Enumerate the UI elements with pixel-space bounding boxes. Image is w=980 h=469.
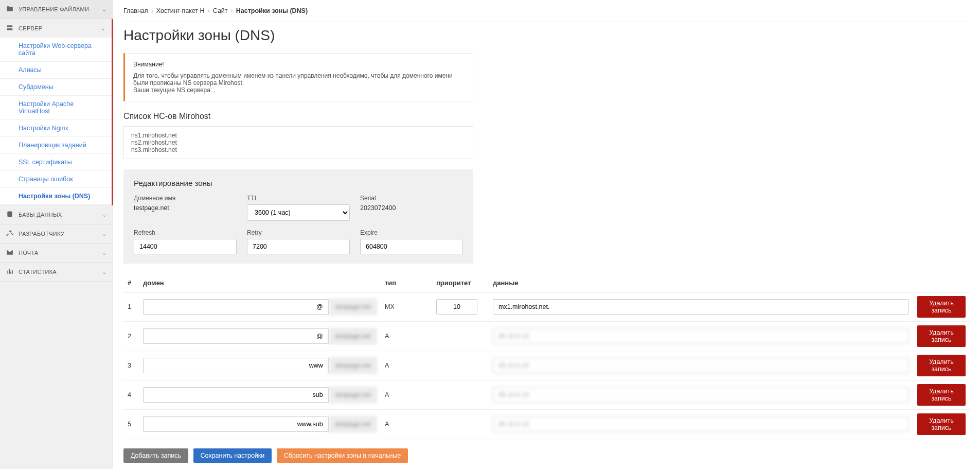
- domain-suffix: .testpage.net: [329, 416, 377, 432]
- data-input[interactable]: [493, 328, 909, 344]
- ns-item: ns2.mirohost.net: [131, 139, 466, 146]
- data-input[interactable]: [493, 358, 909, 373]
- sidebar-section-db[interactable]: БАЗЫ ДАННЫХ⌄: [0, 205, 113, 224]
- record-type: A: [381, 410, 432, 439]
- db-icon: [6, 211, 14, 219]
- page-title: Настройки зоны (DNS): [123, 27, 970, 44]
- sidebar-section-server[interactable]: СЕРВЕР⌄: [0, 19, 112, 38]
- domain-suffix: .testpage.net: [329, 387, 377, 403]
- refresh-label: Refresh: [134, 229, 237, 236]
- ns-item: ns3.mirohost.net: [131, 146, 466, 153]
- row-number: 5: [123, 410, 139, 439]
- record-type: MX: [381, 292, 432, 322]
- sidebar-item[interactable]: Настройки Web-сервера сайта: [0, 38, 112, 62]
- chevron-right-icon: ›: [208, 7, 210, 14]
- sidebar-section-files[interactable]: УПРАВЛЕНИЕ ФАЙЛАМИ⌄: [0, 0, 113, 19]
- expire-label: Expire: [360, 229, 463, 236]
- zone-edit-panel: Редактирование зоны Доменное имя testpag…: [123, 169, 473, 264]
- row-number: 4: [123, 380, 139, 410]
- record-type: A: [381, 351, 432, 380]
- sidebar-item[interactable]: SSL сертификаты: [0, 154, 112, 171]
- alert-text-1: Для того, чтобы управлять доменным имене…: [133, 72, 465, 86]
- sidebar-item[interactable]: Настройки зоны (DNS): [0, 188, 112, 205]
- refresh-input[interactable]: [134, 239, 237, 254]
- chevron-right-icon: ›: [151, 7, 153, 14]
- ns-item: ns1.mirohost.net: [131, 132, 466, 139]
- alert-text-2: Ваши текущие NS сервера: .: [133, 86, 465, 94]
- sidebar-section-label: СЕРВЕР: [19, 25, 101, 31]
- th-data: данные: [489, 274, 913, 292]
- breadcrumb: Главная›Хостинг-пакет H›Сайт›Настройки з…: [123, 0, 970, 22]
- reset-button[interactable]: Сбросить настройки зоны в начальные: [277, 448, 408, 463]
- table-row: 2.testpage.netAУдалить запись: [123, 322, 970, 351]
- sidebar-section-mail[interactable]: ПОЧТА⌄: [0, 244, 113, 262]
- domain-input[interactable]: [143, 358, 329, 373]
- domain-suffix: .testpage.net: [329, 358, 377, 373]
- delete-record-button[interactable]: Удалить запись: [917, 355, 966, 376]
- chevron-down-icon: ⌄: [102, 231, 106, 237]
- add-record-button[interactable]: Добавить запись: [123, 448, 188, 463]
- th-domain: домен: [139, 274, 381, 292]
- breadcrumb-item[interactable]: Хостинг-пакет H: [156, 7, 205, 14]
- ns-list-title: Список НС-ов Mirohost: [123, 112, 970, 121]
- ns-list-box: ns1.mirohost.net ns2.mirohost.net ns3.mi…: [123, 126, 473, 159]
- sidebar-section-label: ПОЧТА: [19, 250, 102, 256]
- chevron-right-icon: ›: [231, 7, 233, 14]
- folder-icon: [6, 5, 14, 13]
- domain-input[interactable]: [143, 387, 329, 403]
- domain-input[interactable]: [143, 416, 329, 432]
- mail-icon: [6, 249, 14, 257]
- data-input[interactable]: [493, 416, 909, 432]
- domain-input[interactable]: [143, 328, 329, 344]
- expire-input[interactable]: [360, 239, 463, 254]
- domain-value: testpage.net: [134, 204, 237, 212]
- chevron-down-icon: ⌄: [102, 212, 106, 218]
- domain-suffix: .testpage.net: [329, 328, 377, 344]
- row-number: 3: [123, 351, 139, 380]
- sidebar-item[interactable]: Страницы ошибок: [0, 171, 112, 188]
- th-type: тип: [381, 274, 432, 292]
- priority-input[interactable]: [436, 299, 477, 315]
- svg-rect-0: [7, 25, 13, 27]
- table-row: 5.testpage.netAУдалить запись: [123, 410, 970, 439]
- sidebar-section-label: СТАТИСТИКА: [19, 269, 102, 275]
- breadcrumb-item[interactable]: Сайт: [213, 7, 228, 14]
- domain-suffix: .testpage.net: [329, 299, 377, 315]
- sidebar-item[interactable]: Настройки Nginx: [0, 120, 112, 137]
- sidebar: УПРАВЛЕНИЕ ФАЙЛАМИ⌄СЕРВЕР⌄Настройки Web-…: [0, 0, 113, 469]
- delete-record-button[interactable]: Удалить запись: [917, 413, 966, 435]
- retry-input[interactable]: [247, 239, 350, 254]
- sidebar-item[interactable]: Настройки Apache VirtualHost: [0, 96, 112, 120]
- chevron-down-icon: ⌄: [102, 6, 106, 13]
- row-number: 1: [123, 292, 139, 322]
- data-input[interactable]: [493, 299, 909, 315]
- table-row: 1.testpage.netMXУдалить запись: [123, 292, 970, 322]
- serial-label: Serial: [360, 195, 463, 202]
- breadcrumb-item[interactable]: Главная: [123, 7, 148, 14]
- sidebar-item[interactable]: Субдомены: [0, 79, 112, 96]
- save-button[interactable]: Сохранить настройки: [193, 448, 272, 463]
- sidebar-section-label: БАЗЫ ДАННЫХ: [19, 212, 102, 218]
- sidebar-item[interactable]: Планировщик заданий: [0, 137, 112, 154]
- chart-icon: [6, 268, 14, 276]
- data-input[interactable]: [493, 387, 909, 403]
- th-num: #: [123, 274, 139, 292]
- row-number: 2: [123, 322, 139, 351]
- delete-record-button[interactable]: Удалить запись: [917, 325, 966, 347]
- breadcrumb-item: Настройки зоны (DNS): [236, 7, 308, 14]
- sidebar-section-stats[interactable]: СТАТИСТИКА⌄: [0, 263, 113, 281]
- record-type: A: [381, 322, 432, 351]
- server-icon: [6, 24, 14, 32]
- delete-record-button[interactable]: Удалить запись: [917, 296, 966, 318]
- ttl-label: TTL: [247, 195, 350, 202]
- domain-input[interactable]: [143, 299, 329, 315]
- sidebar-item[interactable]: Алиасы: [0, 62, 112, 79]
- delete-record-button[interactable]: Удалить запись: [917, 384, 966, 406]
- chevron-down-icon: ⌄: [101, 25, 105, 32]
- alert-box: Внимание! Для того, чтобы управлять доме…: [123, 53, 473, 101]
- chevron-down-icon: ⌄: [102, 269, 106, 275]
- sidebar-section-dev[interactable]: РАЗРАБОТЧИКУ⌄: [0, 224, 113, 243]
- table-row: 4.testpage.netAУдалить запись: [123, 380, 970, 410]
- domain-label: Доменное имя: [134, 195, 237, 202]
- ttl-select[interactable]: 3600 (1 час): [247, 204, 350, 221]
